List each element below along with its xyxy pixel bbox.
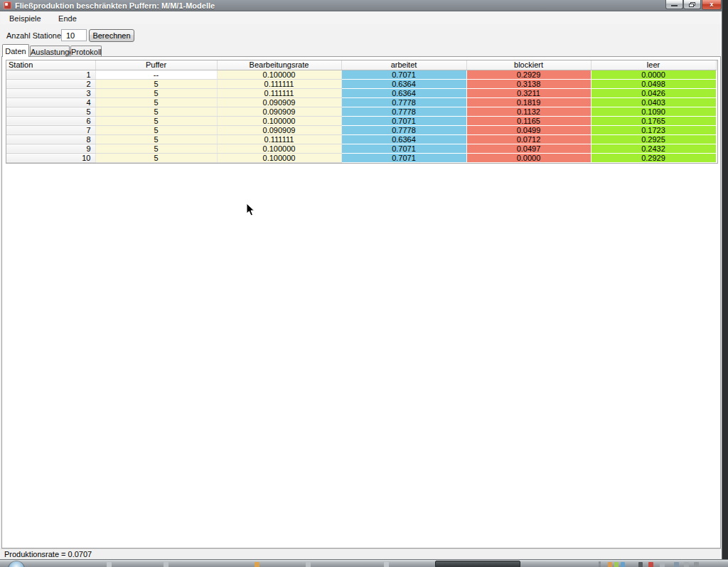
tray-icon[interactable] <box>638 562 643 567</box>
toolbar: Anzahl Stationen: Berechnen <box>1 27 722 44</box>
cell-arbeitet: 0.6364 <box>341 88 466 97</box>
table-row[interactable]: 450.0909090.77780.18190.0403 <box>6 97 716 107</box>
cell-puffer[interactable]: 5 <box>95 116 217 125</box>
table-row[interactable]: 1--0.1000000.70710.29290.0000 <box>6 70 716 79</box>
tray-icon[interactable] <box>694 562 699 567</box>
title-bar[interactable]: Fließproduktion beschränkten Puffern: M/… <box>0 0 722 11</box>
cell-bearbeitungsrate[interactable]: 0.100000 <box>217 116 341 125</box>
restore-button[interactable] <box>683 0 701 9</box>
table-row[interactable]: 550.0909090.77780.11320.1090 <box>6 107 716 116</box>
cell-puffer[interactable]: -- <box>95 70 217 79</box>
taskbar-item[interactable] <box>306 562 311 567</box>
tray-icon[interactable] <box>684 562 689 567</box>
table-row[interactable]: 650.1000000.70710.11650.1765 <box>6 116 716 125</box>
tray-icon[interactable] <box>660 562 665 567</box>
tray-icon[interactable] <box>648 562 653 567</box>
tab-daten[interactable]: Daten <box>2 44 29 57</box>
cell-arbeitet: 0.7071 <box>341 70 466 79</box>
cell-puffer[interactable]: 5 <box>95 107 217 116</box>
taskbar-item[interactable] <box>164 562 168 567</box>
cell-station[interactable]: 9 <box>6 144 95 153</box>
cell-blockiert: 0.1165 <box>466 116 591 125</box>
cell-leer: 0.2925 <box>591 134 716 144</box>
status-bar: Produktionsrate = 0.0707 <box>1 549 722 559</box>
table-row[interactable]: 250.1111110.63640.31380.0498 <box>6 79 716 88</box>
berechnen-button[interactable]: Berechnen <box>89 29 134 42</box>
cell-bearbeitungsrate[interactable]: 0.090909 <box>217 125 341 134</box>
menu-bar: Beispiele Ende <box>1 11 722 24</box>
minimize-button[interactable] <box>665 0 683 9</box>
cell-puffer[interactable]: 5 <box>95 125 217 134</box>
cell-bearbeitungsrate[interactable]: 0.111111 <box>217 134 341 144</box>
table-row[interactable]: 950.1000000.70710.04970.2432 <box>6 144 716 153</box>
cell-blockiert: 0.0000 <box>466 153 591 162</box>
stations-input[interactable] <box>61 29 87 41</box>
cell-station[interactable]: 5 <box>6 107 95 116</box>
cell-arbeitet: 0.7071 <box>341 116 466 125</box>
cell-station[interactable]: 4 <box>6 97 95 107</box>
table-row[interactable]: 750.0909090.77780.04990.1723 <box>6 125 716 134</box>
cell-blockiert: 0.0499 <box>466 125 591 134</box>
col-header-leer[interactable]: leer <box>591 60 716 70</box>
cell-bearbeitungsrate[interactable]: 0.111111 <box>217 79 341 88</box>
cell-station[interactable]: 3 <box>6 88 95 97</box>
cell-blockiert: 0.1819 <box>466 97 591 107</box>
cell-puffer[interactable]: 5 <box>95 144 217 153</box>
cell-leer: 0.0000 <box>591 70 716 79</box>
tray-icon[interactable] <box>614 562 619 567</box>
taskbar-window-button[interactable] <box>435 561 520 567</box>
taskbar-item[interactable] <box>384 562 389 567</box>
cell-bearbeitungsrate[interactable]: 0.100000 <box>217 153 341 162</box>
start-orb-icon[interactable] <box>9 561 24 567</box>
cell-station[interactable]: 1 <box>6 70 95 79</box>
cell-station[interactable]: 10 <box>6 153 95 162</box>
taskbar-item[interactable] <box>107 562 112 567</box>
cell-station[interactable]: 6 <box>6 116 95 125</box>
cell-station[interactable]: 7 <box>6 125 95 134</box>
taskbar[interactable] <box>0 559 728 567</box>
cell-puffer[interactable]: 5 <box>95 134 217 144</box>
tray-icon[interactable] <box>621 562 625 567</box>
table-row[interactable]: 850.1111110.63640.07120.2925 <box>6 134 716 144</box>
mouse-cursor <box>246 203 255 217</box>
cell-bearbeitungsrate[interactable]: 0.100000 <box>217 144 341 153</box>
tray-icon[interactable] <box>674 562 679 567</box>
cell-puffer[interactable]: 5 <box>95 88 217 97</box>
taskbar-item[interactable] <box>255 562 259 567</box>
col-header-arbeitet[interactable]: arbeitet <box>341 60 466 70</box>
tab-protokoll[interactable]: Protokoll <box>70 46 102 57</box>
cell-leer: 0.0426 <box>591 88 716 97</box>
col-header-blockiert[interactable]: blockiert <box>466 60 591 70</box>
cell-station[interactable]: 8 <box>6 134 95 144</box>
col-header-puffer[interactable]: Puffer <box>95 60 217 70</box>
close-icon: x <box>702 1 721 9</box>
col-header-station[interactable]: Station <box>6 60 95 70</box>
menu-item-ende[interactable]: Ende <box>53 12 82 23</box>
cell-leer: 0.1090 <box>591 107 716 116</box>
close-button[interactable]: x <box>702 0 722 10</box>
table-row[interactable]: 1050.1000000.70710.00000.2929 <box>6 153 716 162</box>
cell-puffer[interactable]: 5 <box>95 79 217 88</box>
cell-arbeitet: 0.7778 <box>341 107 466 116</box>
cell-bearbeitungsrate[interactable]: 0.090909 <box>217 97 341 107</box>
cell-arbeitet: 0.6364 <box>341 134 466 144</box>
cell-bearbeitungsrate[interactable]: 0.111111 <box>217 88 341 97</box>
cell-arbeitet: 0.6364 <box>341 79 466 88</box>
col-header-bearbeitungsrate[interactable]: Bearbeitungsrate <box>217 60 341 70</box>
tab-auslastungen[interactable]: Auslastungen <box>30 46 70 57</box>
cell-blockiert: 0.0712 <box>466 134 591 144</box>
cell-leer: 0.0403 <box>591 97 716 107</box>
table-row[interactable]: 350.1111110.63640.32110.0426 <box>6 88 716 97</box>
tray-icon[interactable] <box>608 562 612 567</box>
cell-bearbeitungsrate[interactable]: 0.100000 <box>217 70 341 79</box>
cell-bearbeitungsrate[interactable]: 0.090909 <box>217 107 341 116</box>
menu-item-beispiele[interactable]: Beispiele <box>4 12 47 23</box>
cell-leer: 0.1765 <box>591 116 716 125</box>
cell-station[interactable]: 2 <box>6 79 95 88</box>
screen: Fließproduktion beschränkten Puffern: M/… <box>0 0 728 567</box>
cell-puffer[interactable]: 5 <box>95 97 217 107</box>
app-window: Fließproduktion beschränkten Puffern: M/… <box>0 0 722 559</box>
cell-arbeitet: 0.7778 <box>341 97 466 107</box>
cell-blockiert: 0.3138 <box>466 79 591 88</box>
cell-puffer[interactable]: 5 <box>95 153 217 162</box>
